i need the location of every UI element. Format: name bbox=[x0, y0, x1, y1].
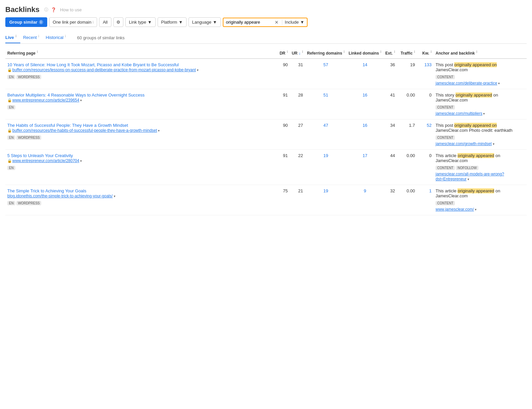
ur-info-icon[interactable]: i bbox=[302, 50, 303, 54]
referring-domains-cell[interactable]: 19 bbox=[305, 150, 346, 185]
ur-cell: 28 bbox=[290, 89, 305, 119]
all-button[interactable]: All bbox=[99, 17, 111, 27]
referring-page-title-link[interactable]: The Habits of Successful People: They Ha… bbox=[7, 123, 128, 128]
ur-cell: 27 bbox=[290, 119, 305, 150]
anchor-highlight: originally appeared on bbox=[454, 123, 497, 128]
anchor-text: This post originally appeared on JamesCl… bbox=[436, 62, 525, 72]
kw-cell[interactable]: 52 bbox=[417, 119, 434, 150]
tag-badge: WORDPRESS bbox=[16, 201, 42, 205]
include-chevron-icon: ▼ bbox=[300, 20, 304, 25]
referring-page-cell: The Simple Trick to Achieving Your Goals… bbox=[5, 185, 276, 215]
referring-domains-cell[interactable]: 57 bbox=[305, 59, 346, 89]
ext-info-icon[interactable]: i bbox=[394, 50, 395, 54]
url-chevron-icon: ▾ bbox=[79, 159, 82, 163]
anchor-text: This article originally appeared on Jame… bbox=[436, 188, 525, 198]
anchor-backlink[interactable]: jamesclear.com/all-models-are-wrong?dst=… bbox=[436, 172, 504, 181]
tab-live[interactable]: Live i bbox=[5, 32, 20, 43]
group-similar-button[interactable]: Group similar i bbox=[5, 17, 47, 27]
tab-recent[interactable]: Recent i bbox=[23, 32, 43, 43]
anchor-cell: This post originally appeared on JamesCl… bbox=[434, 59, 527, 89]
anchor-info-icon[interactable]: i bbox=[476, 50, 477, 54]
anchor-cell: This article originally appeared on Jame… bbox=[434, 185, 527, 215]
anchor-backlink[interactable]: jamesclear.com/growth-mindset bbox=[436, 141, 492, 146]
one-link-per-domain-button[interactable]: One link per domain i bbox=[49, 17, 97, 27]
anchor-backlink[interactable]: jamesclear.com/deliberate-practice bbox=[436, 81, 497, 86]
title-info-icon[interactable]: ⓘ bbox=[44, 7, 48, 13]
lock-icon: 🔒 bbox=[7, 68, 12, 72]
col-header-traffic[interactable]: Traffic i bbox=[397, 47, 417, 59]
page-url-link[interactable]: buffer.com/resources/the-habits-of-succe… bbox=[12, 128, 157, 133]
kw-cell[interactable]: 133 bbox=[417, 59, 434, 89]
col-header-linked-domains[interactable]: Linked domains i bbox=[346, 47, 383, 59]
page-url-link[interactable]: buffer.com/resources/lessons-on-success-… bbox=[12, 68, 196, 72]
linked-domains-cell[interactable]: 14 bbox=[346, 59, 383, 89]
kw-cell[interactable]: 1 bbox=[417, 185, 434, 215]
tag-badge: EN bbox=[7, 75, 15, 79]
col-header-kw[interactable]: Kw. i bbox=[417, 47, 434, 59]
anchor-backlink[interactable]: www.jamesclear.com/ bbox=[436, 207, 474, 212]
page-url-link[interactable]: blog.idonethis.com/the-simple-trick-to-a… bbox=[7, 194, 113, 198]
anchor-cell: This story originally appeared on JamesC… bbox=[434, 89, 527, 119]
platform-dropdown[interactable]: Platform ▼ bbox=[158, 17, 187, 27]
platform-label: Platform bbox=[161, 20, 177, 25]
link-type-dropdown[interactable]: Link type ▼ bbox=[125, 17, 156, 27]
page-title: Backlinks bbox=[5, 5, 40, 14]
referring-domains-cell[interactable]: 47 bbox=[305, 119, 346, 150]
anchor-tag-badge: CONTENT bbox=[436, 75, 455, 79]
referring-domains-cell[interactable]: 19 bbox=[305, 185, 346, 215]
live-info-icon: i bbox=[16, 34, 17, 38]
kw-info-icon[interactable]: i bbox=[431, 50, 432, 54]
search-input[interactable] bbox=[226, 20, 273, 25]
anchor-text: This article originally appeared on Jame… bbox=[436, 153, 525, 163]
traffic-cell: 19 bbox=[397, 59, 417, 89]
col-header-dr[interactable]: DR i bbox=[276, 47, 290, 59]
referring-page-title-link[interactable]: 10 Years of Silence: How Long It Took Mo… bbox=[7, 62, 179, 67]
table-row: Behavior Multipliers: 4 Reasonable Ways … bbox=[5, 89, 527, 119]
anchor-highlight: originally appeared on bbox=[454, 62, 497, 67]
lock-icon: 🔒 bbox=[7, 98, 12, 102]
referring-page-info-icon[interactable]: i bbox=[37, 50, 38, 54]
anchor-highlight: originally appeared bbox=[458, 153, 494, 158]
include-dropdown[interactable]: Include ▼ bbox=[282, 20, 305, 25]
dr-cell: 90 bbox=[276, 59, 290, 89]
linked-domains-cell[interactable]: 16 bbox=[346, 119, 383, 150]
anchor-link-chevron-icon: ▾ bbox=[474, 208, 476, 211]
kw-cell[interactable]: 0 bbox=[417, 89, 434, 119]
anchor-backlink[interactable]: jamesclear.com/multipliers bbox=[436, 111, 482, 116]
col-header-ext[interactable]: Ext. i bbox=[383, 47, 397, 59]
traffic-cell: 1.7 bbox=[397, 119, 417, 150]
tab-historical[interactable]: Historical i bbox=[46, 32, 69, 43]
page-url-link[interactable]: www.entrepreneur.com/article/280704 bbox=[12, 158, 79, 163]
anchor-tag-badge: CONTENT bbox=[436, 201, 455, 205]
referring-page-title-link[interactable]: 5 Steps to Unleash Your Creativity bbox=[7, 153, 73, 158]
dr-info-icon[interactable]: i bbox=[287, 50, 288, 54]
lock-icon: 🔒 bbox=[7, 128, 12, 132]
linked-domains-cell[interactable]: 9 bbox=[346, 185, 383, 215]
rd-info-icon[interactable]: i bbox=[344, 50, 345, 54]
traffic-cell: 0.00 bbox=[397, 89, 417, 119]
gear-button[interactable]: ⚙ bbox=[113, 17, 123, 27]
traffic-info-icon[interactable]: i bbox=[414, 50, 415, 54]
search-clear-icon[interactable]: ✕ bbox=[275, 20, 279, 25]
kw-cell[interactable]: 0 bbox=[417, 150, 434, 185]
referring-page-title-link[interactable]: The Simple Trick to Achieving Your Goals bbox=[7, 188, 86, 193]
ld-info-icon[interactable]: i bbox=[380, 50, 381, 54]
ext-cell: 44 bbox=[383, 150, 397, 185]
anchor-tag-badge: CONTENT bbox=[436, 166, 455, 170]
dr-cell: 91 bbox=[276, 89, 290, 119]
col-header-referring-domains[interactable]: Referring domains i bbox=[305, 47, 346, 59]
tabs-bar: Live i Recent i Historical i 60 groups o… bbox=[5, 32, 527, 44]
backlinks-table: Referring page i DR i UR ↓ i Referring d… bbox=[5, 47, 527, 215]
referring-domains-cell[interactable]: 51 bbox=[305, 89, 346, 119]
col-header-ur[interactable]: UR ↓ i bbox=[290, 47, 305, 59]
url-chevron-icon: ▾ bbox=[113, 194, 115, 198]
referring-page-title-link[interactable]: Behavior Multipliers: 4 Reasonable Ways … bbox=[7, 93, 145, 98]
anchor-tag-badge: NOFOLLOW bbox=[456, 166, 478, 170]
recent-info-icon: i bbox=[38, 34, 39, 38]
page-url-link[interactable]: www.entrepreneur.com/article/239654 bbox=[12, 98, 79, 102]
language-dropdown[interactable]: Language ▼ bbox=[189, 17, 221, 27]
linked-domains-cell[interactable]: 17 bbox=[346, 150, 383, 185]
linked-domains-cell[interactable]: 16 bbox=[346, 89, 383, 119]
how-to-use-link[interactable]: How to use bbox=[60, 7, 82, 12]
tab-count: 60 groups of similar links bbox=[77, 35, 125, 40]
